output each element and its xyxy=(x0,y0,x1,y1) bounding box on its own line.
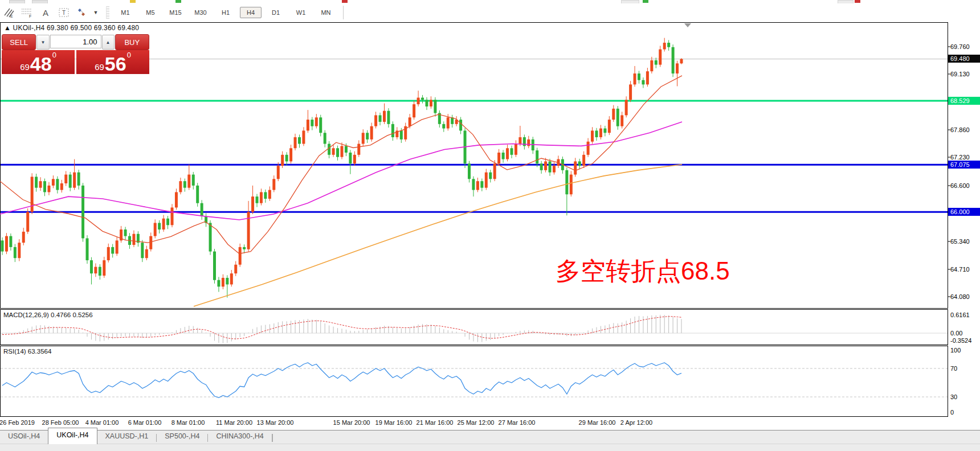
buy-price-base: 69 xyxy=(95,63,104,71)
fibonacci-grid-icon[interactable]: F xyxy=(20,6,35,19)
date-axis-label: 21 Mar 16:00 xyxy=(416,419,454,426)
buy-price-pips: 56 xyxy=(105,55,126,72)
buy-price-fraction: 0 xyxy=(127,51,131,59)
sell-price-base: 69 xyxy=(20,63,30,71)
price-axis-tick: 64.710 xyxy=(950,266,979,273)
date-axis-label: 26 Feb 2019 xyxy=(0,419,35,426)
date-axis-label: 15 Mar 20:00 xyxy=(333,419,370,426)
svg-text:E: E xyxy=(10,14,13,18)
price-axis-tick: 67.230 xyxy=(950,154,979,161)
date-axis-label: 6 Mar 01:00 xyxy=(128,419,162,426)
toolbar-fragment xyxy=(342,0,348,3)
indicator-axis-tick: 0 xyxy=(950,409,954,416)
chart-tab-xauusdh1[interactable]: XAUUSD-,H1 xyxy=(97,430,157,444)
svg-text:T: T xyxy=(62,10,66,16)
sell-price-fraction: 0 xyxy=(52,51,56,59)
chart-symbol-header: ▲ UKOil-,H4 69.380 69.500 69.360 69.480 xyxy=(4,24,139,32)
timeframe-button-d1[interactable]: D1 xyxy=(265,7,287,18)
date-axis-label: 4 Mar 01:00 xyxy=(85,419,119,426)
toolbar-drag-handle[interactable] xyxy=(106,6,109,19)
text-icon[interactable]: A xyxy=(38,6,53,19)
timeframe-group: M1M5M15M30H1H4D1W1MN xyxy=(113,7,338,18)
date-axis-label: 29 Mar 16:00 xyxy=(579,419,616,426)
price-axis-tick: 65.340 xyxy=(950,238,979,245)
timeframe-button-mn[interactable]: MN xyxy=(315,7,337,18)
price-axis-tick: 69.130 xyxy=(950,71,979,77)
timeframe-button-m5[interactable]: M5 xyxy=(140,7,161,18)
toolbar-fragment xyxy=(855,0,860,3)
date-axis-label: 19 Mar 16:00 xyxy=(375,419,413,426)
chart-area: ▲ UKOil-,H4 69.380 69.500 69.360 69.480 … xyxy=(0,22,980,430)
right-shift-marker[interactable] xyxy=(684,23,691,27)
chart-tab-bar: USOil-,H4UKOil-,H4XAUUSD-,H1SP500-,H4CHI… xyxy=(0,430,980,444)
price-axis-tick: 66.600 xyxy=(950,182,979,189)
indicator-axis-tick: 70 xyxy=(950,365,957,372)
toolbar-fragment xyxy=(643,0,648,3)
price-axis-tick: 67.860 xyxy=(950,126,979,133)
price-badge: 69.480 xyxy=(948,55,980,63)
date-axis-label: 27 Mar 16:00 xyxy=(499,419,536,426)
svg-text:F: F xyxy=(29,14,31,18)
toolbar-fragment xyxy=(175,0,181,3)
sell-button[interactable]: SELL xyxy=(2,34,36,50)
chart-tab-sp500h4[interactable]: SP500-,H4 xyxy=(157,430,207,444)
chart-tab-china300h4[interactable]: CHINA300-,H4 xyxy=(208,430,271,444)
price-badge: 67.075 xyxy=(948,161,980,169)
timeframe-button-m30[interactable]: M30 xyxy=(190,7,211,18)
chart-tab-ukoilh4[interactable]: UKOil-,H4 xyxy=(48,428,97,444)
price-axis-tick: 69.760 xyxy=(950,43,979,50)
indicator-axis-tick: 30 xyxy=(950,393,957,400)
rsi-indicator-label: RSI(14) 63.3564 xyxy=(3,348,51,355)
date-axis: 26 Feb 201928 Feb 05:004 Mar 01:006 Mar … xyxy=(0,417,948,428)
text-label-icon[interactable]: T xyxy=(56,6,71,19)
timeframe-button-m1[interactable]: M1 xyxy=(115,7,136,18)
timeframe-button-h1[interactable]: H1 xyxy=(215,7,236,18)
indicator-axis-tick: 0.00 xyxy=(950,330,962,337)
chart-toolbar: E F A T ▼ M1M5M15M30H1H4D1W1MN xyxy=(0,3,980,22)
date-axis-label: 2 Apr 12:00 xyxy=(620,419,652,426)
indicator-axis-tick: -0.3524 xyxy=(950,337,971,344)
price-badge: 68.529 xyxy=(948,97,980,105)
indicator-axis-tick: 100 xyxy=(950,347,961,354)
volume-input[interactable] xyxy=(50,35,101,48)
date-axis-label: 25 Mar 12:00 xyxy=(458,419,495,426)
timeframe-button-h4[interactable]: H4 xyxy=(240,7,262,18)
arrows-icon[interactable] xyxy=(75,6,89,19)
tab-separator xyxy=(272,434,273,442)
chart-tab-usoilh4[interactable]: USOil-,H4 xyxy=(0,430,48,444)
mt4-window: E F A T ▼ M1M5M15M30H1H4D1W1MN ▲ UKOil-,… xyxy=(0,0,980,451)
sell-price-display[interactable]: 69 48 0 xyxy=(2,50,75,74)
sell-price-pips: 48 xyxy=(30,55,52,72)
price-badge: 66.000 xyxy=(948,208,980,216)
toolbar-divider xyxy=(343,6,344,19)
arrows-dropdown-icon[interactable]: ▼ xyxy=(93,6,99,19)
buy-button[interactable]: BUY xyxy=(115,34,149,50)
price-axis-tick: 64.080 xyxy=(950,293,979,300)
date-axis-label: 8 Mar 01:00 xyxy=(172,419,205,426)
date-axis-label: 28 Feb 05:00 xyxy=(42,419,79,426)
macd-indicator-label: MACD(12,26,9) 0.4766 0.5256 xyxy=(3,311,93,318)
status-strip xyxy=(0,444,980,451)
price-chart-canvas xyxy=(0,22,980,430)
date-axis-label: 13 Mar 20:00 xyxy=(257,419,294,426)
one-click-trade-panel: SELL ▼ ▲ BUY 69 48 0 69 56 0 xyxy=(2,34,149,74)
buy-price-display[interactable]: 69 56 0 xyxy=(76,50,149,74)
volume-decrease-button[interactable]: ▼ xyxy=(36,35,49,50)
timeframe-button-m15[interactable]: M15 xyxy=(165,7,186,18)
toolbar-fragment xyxy=(130,0,136,3)
volume-increase-button[interactable]: ▲ xyxy=(102,35,115,50)
date-axis-label: 11 Mar 20:00 xyxy=(216,419,252,426)
chart-annotation-text: 多空转折点68.5 xyxy=(556,255,730,288)
timeframe-button-w1[interactable]: W1 xyxy=(290,7,312,18)
draw-studies-icon[interactable]: E xyxy=(2,6,17,19)
indicator-axis-tick: 0.6161 xyxy=(950,311,970,318)
